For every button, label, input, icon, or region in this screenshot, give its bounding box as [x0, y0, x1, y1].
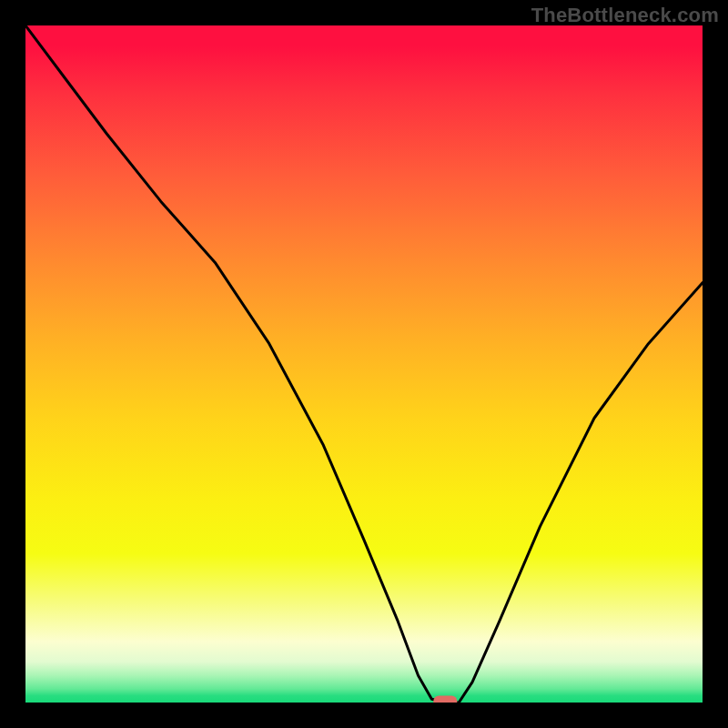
- bottleneck-curve: [25, 25, 703, 703]
- watermark-text: TheBottleneck.com: [531, 4, 719, 27]
- optimal-point-marker: [433, 696, 457, 703]
- plot-area: [25, 25, 703, 703]
- curve-layer: [25, 25, 703, 703]
- chart-frame: TheBottleneck.com: [0, 0, 728, 728]
